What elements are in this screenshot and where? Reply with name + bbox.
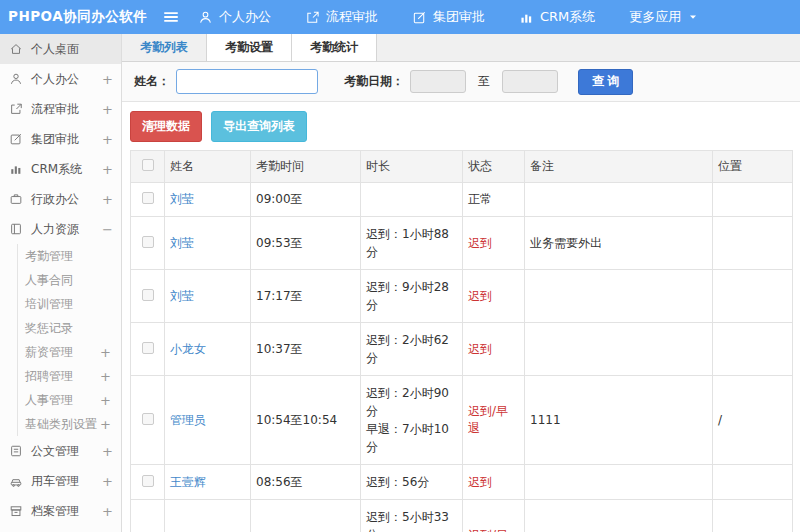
- user-icon: [9, 72, 24, 87]
- expand-indicator: −: [102, 222, 113, 237]
- sidebar-subitem-base-category[interactable]: 基础类别设置+: [18, 412, 121, 436]
- employee-name-link[interactable]: 管理员: [170, 413, 206, 427]
- name-label: 姓名：: [134, 73, 170, 90]
- sidebar-subitem-salary[interactable]: 薪资管理+: [18, 340, 121, 364]
- sidebar-item-admin-office[interactable]: 行政办公+: [0, 184, 121, 214]
- sidebar-subitem-attendance[interactable]: 考勤管理: [18, 244, 121, 268]
- sidebar-subitem-label: 考勤管理: [25, 248, 111, 265]
- export-list-button[interactable]: 导出查询列表: [211, 111, 307, 142]
- nav-item-label: 流程审批: [326, 8, 378, 26]
- table-header-row: 姓名考勤时间时长状态备注位置: [131, 151, 793, 183]
- duration-cell: 迟到：2小时62分: [361, 323, 463, 376]
- edit-icon: [9, 132, 24, 147]
- row-checkbox[interactable]: [142, 342, 154, 354]
- column-header: 位置: [713, 151, 793, 183]
- employee-name-link[interactable]: 刘莹: [170, 289, 194, 303]
- status-cell: 正常: [463, 183, 525, 217]
- select-all-checkbox[interactable]: [142, 159, 154, 171]
- note-cell: 业务需要外出: [525, 217, 713, 270]
- sidebar-item-archive-mgmt[interactable]: 档案管理+: [0, 496, 121, 526]
- nav-item-label: 更多应用: [629, 8, 681, 26]
- employee-name-link[interactable]: 小龙女: [170, 342, 206, 356]
- employee-name-link[interactable]: 王壹辉: [170, 475, 206, 489]
- status-cell: 迟到/早退: [463, 500, 525, 532]
- sidebar-item-project-mgmt[interactable]: 项目管理+: [0, 526, 121, 532]
- row-checkbox[interactable]: [142, 192, 154, 204]
- row-checkbox-cell: [131, 465, 165, 500]
- sidebar-item-vehicle-mgmt[interactable]: 用车管理+: [0, 466, 121, 496]
- archive-icon: [9, 504, 24, 519]
- time-cell: 09:53至: [251, 217, 361, 270]
- sidebar-item-desktop[interactable]: 个人桌面: [0, 34, 121, 64]
- duration-cell: [361, 183, 463, 217]
- name-cell: 刘莹: [165, 183, 251, 217]
- sidebar-item-personal-office[interactable]: 个人办公+: [0, 64, 121, 94]
- column-header: 状态: [463, 151, 525, 183]
- sidebar-subitem-label: 人事合同: [25, 272, 111, 289]
- sidebar-subitem-hr-contract[interactable]: 人事合同: [18, 268, 121, 292]
- sidebar-subitem-personnel[interactable]: 人事管理+: [18, 388, 121, 412]
- tab-attendance-setup[interactable]: 考勤设置: [207, 34, 292, 61]
- time-cell: 10:37至: [251, 323, 361, 376]
- expand-indicator: +: [102, 132, 113, 147]
- query-button[interactable]: 查 询: [578, 69, 633, 95]
- nav-item-more-apps[interactable]: 更多应用: [629, 8, 699, 26]
- topbar: PHPOA协同办公软件 个人办公流程审批集团审批CRM系统更多应用: [0, 0, 800, 34]
- sidebar-item-label: 人力资源: [31, 221, 102, 238]
- sidebar: 个人桌面个人办公+流程审批+集团审批+CRM系统+行政办公+人力资源−考勤管理人…: [0, 34, 122, 532]
- sidebar-item-label: 个人桌面: [31, 41, 113, 58]
- sidebar-item-hr[interactable]: 人力资源−: [0, 214, 121, 244]
- date-from-input[interactable]: [410, 70, 466, 93]
- row-checkbox[interactable]: [142, 475, 154, 487]
- location-cell: /: [713, 376, 793, 465]
- name-input[interactable]: [176, 69, 318, 94]
- home-icon: [9, 42, 24, 57]
- nav-item-personal-office[interactable]: 个人办公: [198, 8, 271, 26]
- employee-name-link[interactable]: 刘莹: [170, 192, 194, 206]
- status-badge: 正常: [468, 192, 492, 206]
- nav-item-crm[interactable]: CRM系统: [519, 8, 595, 26]
- time-cell: 08:56至: [251, 465, 361, 500]
- sidebar-item-crm[interactable]: CRM系统+: [0, 154, 121, 184]
- name-cell: 王壹辉: [165, 465, 251, 500]
- name-cell: 刘莹: [165, 217, 251, 270]
- row-checkbox-cell: [131, 183, 165, 217]
- row-checkbox[interactable]: [142, 236, 154, 248]
- row-checkbox-cell: [131, 500, 165, 532]
- row-checkbox-cell: [131, 376, 165, 465]
- sidebar-subitem-training[interactable]: 培训管理: [18, 292, 121, 316]
- sidebar-subitem-reward-punishment[interactable]: 奖惩记录: [18, 316, 121, 340]
- sidebar-item-group-approval[interactable]: 集团审批+: [0, 124, 121, 154]
- row-checkbox-cell: [131, 323, 165, 376]
- flow-icon: [9, 102, 24, 117]
- nav-item-group-approval[interactable]: 集团审批: [412, 8, 485, 26]
- search-form: 姓名： 考勤日期： 至 查 询: [122, 62, 800, 102]
- app-logo: PHPOA协同办公软件: [0, 8, 148, 26]
- sidebar-subitem-label: 奖惩记录: [25, 320, 111, 337]
- table-row: 王壹辉08:56至迟到：56分迟到: [131, 465, 793, 500]
- duration-cell: 迟到：1小时88分: [361, 217, 463, 270]
- expand-indicator: +: [102, 192, 113, 207]
- date-to-input[interactable]: [502, 70, 558, 93]
- hamburger-menu-icon[interactable]: [162, 7, 182, 27]
- row-checkbox[interactable]: [142, 289, 154, 301]
- table-row: 刘莹17:17至迟到：9小时28分迟到: [131, 270, 793, 323]
- name-cell: 黄蓉: [165, 500, 251, 532]
- clean-data-button[interactable]: 清理数据: [130, 111, 202, 142]
- time-cell: 09:00至: [251, 183, 361, 217]
- sidebar-subitem-label: 薪资管理: [25, 344, 100, 361]
- sidebar-subitem-recruitment[interactable]: 招聘管理+: [18, 364, 121, 388]
- expand-indicator: +: [102, 504, 113, 519]
- sidebar-item-workflow-approval[interactable]: 流程审批+: [0, 94, 121, 124]
- header-checkbox-cell: [131, 151, 165, 183]
- sidebar-item-label: 行政办公: [31, 191, 102, 208]
- duration-cell: 迟到：56分: [361, 465, 463, 500]
- tab-attendance-list[interactable]: 考勤列表: [122, 34, 207, 61]
- row-checkbox[interactable]: [142, 413, 154, 425]
- column-header: 时长: [361, 151, 463, 183]
- nav-item-workflow-approval[interactable]: 流程审批: [305, 8, 378, 26]
- tab-attendance-stats[interactable]: 考勤统计: [292, 34, 377, 61]
- employee-name-link[interactable]: 刘莹: [170, 236, 194, 250]
- sidebar-item-document-mgmt[interactable]: 公文管理+: [0, 436, 121, 466]
- date-label: 考勤日期：: [344, 73, 404, 90]
